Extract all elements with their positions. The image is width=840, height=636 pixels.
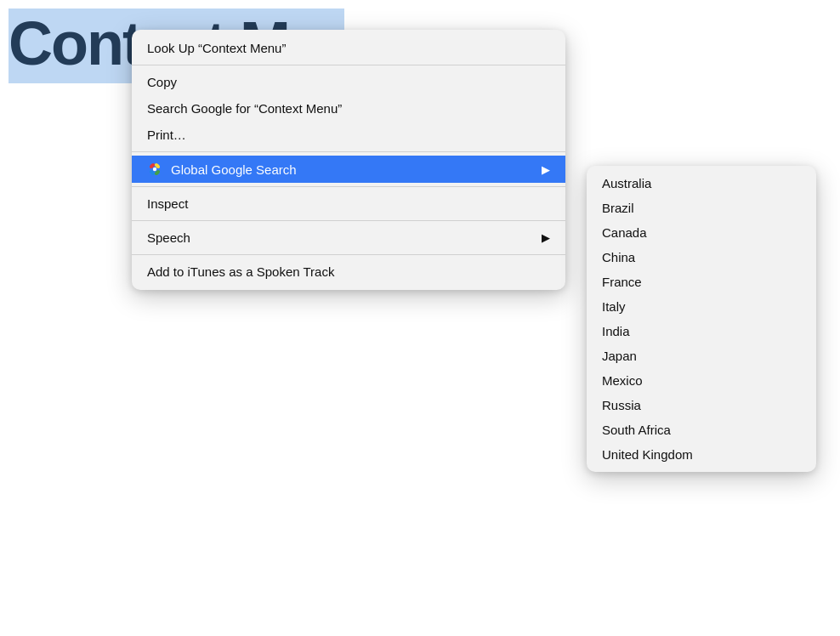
global-google-label: Global Google Search bbox=[171, 162, 297, 177]
menu-item-lookup[interactable]: Look Up “Context Menu” bbox=[132, 35, 565, 61]
menu-item-search[interactable]: Search Google for “Context Menu” bbox=[132, 95, 565, 122]
submenu-item-brazil[interactable]: Brazil bbox=[587, 196, 816, 220]
submenu-item-india[interactable]: India bbox=[587, 319, 816, 344]
menu-item-print[interactable]: Print… bbox=[132, 122, 565, 148]
submenu-item-france[interactable]: France bbox=[587, 270, 816, 294]
submenu-item-mexico[interactable]: Mexico bbox=[587, 368, 816, 393]
inspect-label: Inspect bbox=[147, 196, 188, 211]
submenu-item-australia[interactable]: Australia bbox=[587, 171, 816, 196]
submenu-item-japan[interactable]: Japan bbox=[587, 344, 816, 368]
arrow-right-icon: ▶ bbox=[542, 163, 550, 176]
submenu-item-china[interactable]: China bbox=[587, 245, 816, 270]
separator-5 bbox=[132, 254, 565, 255]
menu-item-global-google[interactable]: Global Google Search ▶ bbox=[132, 156, 565, 183]
svg-point-4 bbox=[153, 168, 156, 171]
submenu-item-russia[interactable]: Russia bbox=[587, 393, 816, 417]
speech-label: Speech bbox=[147, 230, 190, 245]
submenu-item-italy[interactable]: Italy bbox=[587, 294, 816, 319]
separator-2 bbox=[132, 151, 565, 152]
global-google-icon bbox=[147, 162, 162, 177]
menu-item-inspect[interactable]: Inspect bbox=[132, 190, 565, 217]
speech-arrow-icon: ▶ bbox=[542, 231, 550, 244]
print-label: Print… bbox=[147, 128, 186, 142]
submenu-item-canada[interactable]: Canada bbox=[587, 220, 816, 245]
add-itunes-label: Add to iTunes as a Spoken Track bbox=[147, 264, 334, 279]
lookup-label: Look Up “Context Menu” bbox=[147, 41, 286, 55]
separator-4 bbox=[132, 220, 565, 221]
menu-item-speech[interactable]: Speech ▶ bbox=[132, 224, 565, 251]
submenu-item-south-africa[interactable]: South Africa bbox=[587, 417, 816, 442]
separator-3 bbox=[132, 186, 565, 187]
submenu-item-united-kingdom[interactable]: United Kingdom bbox=[587, 442, 816, 467]
context-menu: Look Up “Context Menu” Copy Search Googl… bbox=[132, 30, 565, 290]
menu-item-add-itunes[interactable]: Add to iTunes as a Spoken Track bbox=[132, 258, 565, 285]
submenu-global-google: AustraliaBrazilCanadaChinaFranceItalyInd… bbox=[587, 166, 816, 472]
copy-label: Copy bbox=[147, 75, 177, 89]
menu-item-copy[interactable]: Copy bbox=[132, 69, 565, 95]
separator-1 bbox=[132, 65, 565, 65]
search-label: Search Google for “Context Menu” bbox=[147, 101, 342, 116]
